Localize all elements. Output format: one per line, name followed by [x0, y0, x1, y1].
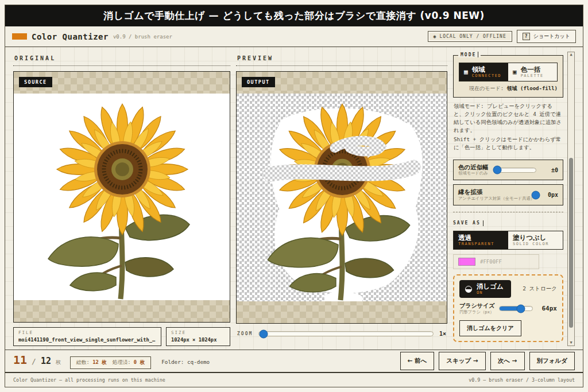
brush-size-slider[interactable] [499, 306, 533, 311]
edge-slider-thumb[interactable] [532, 191, 540, 199]
other-folder-button[interactable]: 別フォルダ [529, 352, 575, 370]
tolerance-slider[interactable] [493, 168, 536, 173]
edge-title: 縁を拡張 [458, 188, 531, 196]
size-info-box: SIZE 1024px × 1024px [166, 327, 230, 346]
edge-slider-group: 縁を拡張アンチエイリアス対策（全モード共通） 0px [453, 184, 563, 205]
shortcut-button[interactable]: ? ショートカット [517, 30, 576, 43]
description-line: 領域モード: プレビューをクリックすると、クリック位置のピクセルと 4 近傍で連… [454, 102, 563, 134]
mode-option-connected[interactable]: ▦ 領域CONNECTED [459, 63, 508, 81]
page-current: 11 [13, 353, 27, 367]
pager-left: 11 / 12 枚 総数: 12 枚 処理済: 0 枚 Folder: cq-d… [13, 353, 210, 369]
page-separator: / [32, 357, 36, 366]
source-image [14, 94, 230, 300]
preview-label: PREVIEW [236, 52, 447, 66]
tolerance-title: 色の近似幅 [458, 164, 489, 171]
clear-eraser-button[interactable]: 消しゴムをクリア [459, 320, 521, 336]
app-version: v0.9 / brush eraser [113, 34, 172, 40]
stats-badge: 総数: 12 枚 処理済: 0 枚 [70, 356, 151, 369]
mode-fieldset: MODE ▦ 領域CONNECTED ▣ 色一括PALETTE 現在のモード: … [453, 55, 563, 98]
scroll-up-icon[interactable]: ▲ [570, 53, 572, 57]
grid-icon: ▦ [464, 69, 468, 75]
size-value: 1024px × 1024px [171, 337, 225, 343]
page-unit: 枚 [56, 359, 61, 366]
eraser-button-label: 消しゴム [477, 283, 504, 290]
edge-sub: アンチエイリアス対策（全モード共通） [458, 196, 531, 201]
stroke-count: 2 ストローク [523, 285, 557, 293]
save-option-label: 塗りつぶし [513, 234, 549, 242]
offline-badge: ◉ LOCAL ONLY / OFFLINE [428, 31, 512, 42]
brush-size-row: ブラシサイズ円形ブラシ（px） 64px [459, 302, 557, 315]
mode-toggle: ▦ 領域CONNECTED ▣ 色一括PALETTE [459, 63, 558, 81]
save-as-toggle: 透過TRANSPARENT 塗りつぶしSOLID COLOR [453, 231, 563, 250]
pager-bar: 11 / 12 枚 総数: 12 枚 処理済: 0 枚 Folder: cq-d… [5, 350, 583, 372]
sidebar-scrollbar[interactable]: ▲ ▼ [567, 52, 575, 346]
save-option-transparent[interactable]: 透過TRANSPARENT [454, 231, 508, 249]
color-swatch [458, 258, 475, 266]
stats-total-label: 総数: [76, 359, 90, 365]
source-badge: SOURCE [19, 77, 52, 87]
sunflower-illustration [14, 94, 230, 300]
mode-option-sub: CONNECTED [472, 73, 501, 78]
brush-size-title: ブラシサイズ [459, 302, 494, 309]
next-button[interactable]: 次へ → [490, 352, 525, 370]
original-column: ORIGINAL SOURCE [13, 52, 230, 346]
preview-canvas[interactable] [237, 94, 447, 301]
pager-right: ← 前へ スキップ → 次へ → 別フォルダ [400, 352, 575, 370]
save-option-label: 透過 [458, 234, 494, 242]
zoom-value: 1× [439, 331, 446, 337]
preview-column: PREVIEW OUTPUT [236, 52, 447, 346]
save-option-sub: TRANSPARENT [458, 242, 494, 246]
controls-sidebar: MODE ▦ 領域CONNECTED ▣ 色一括PALETTE 現在のモード: … [453, 52, 575, 346]
eraser-state: ON [477, 290, 504, 295]
app-footer: Color Quantizer — all processing runs on… [5, 372, 583, 387]
mode-option-label: 領域 [472, 66, 501, 73]
tolerance-slider-thumb[interactable] [493, 166, 501, 174]
scrollbar-thumb[interactable] [569, 158, 573, 328]
save-option-solid[interactable]: 塗りつぶしSOLID COLOR [508, 231, 563, 249]
mode-description: 領域モード: プレビューをクリックすると、クリック位置のピクセルと 4 近傍で連… [454, 102, 563, 152]
mode-option-label: 色一括 [521, 66, 544, 73]
question-icon: ? [523, 33, 530, 40]
edge-slider[interactable] [535, 192, 536, 197]
brush-slider-thumb[interactable] [517, 304, 525, 313]
brush-size-sub: 円形ブラシ（px） [459, 309, 494, 315]
preview-illustration [237, 94, 447, 301]
zoom-row: ZOOM 1× [236, 331, 447, 337]
eraser-top-row: 消しゴムON 2 ストローク [459, 280, 557, 298]
stats-done-label: 処理済: [113, 359, 131, 365]
square-icon: ▣ [513, 69, 517, 75]
status-dot-icon: ◉ [434, 34, 437, 39]
original-label: ORIGINAL [13, 52, 230, 66]
app-title: Color Quantizer [32, 32, 109, 41]
zoom-slider[interactable] [258, 331, 434, 336]
brush-size-value: 64px [537, 305, 557, 312]
fill-color-picker: #FF00FF [453, 254, 539, 269]
eraser-section: 消しゴムON 2 ストローク ブラシサイズ円形ブラシ（px） 64px 消しゴム… [453, 274, 563, 342]
scroll-down-icon[interactable]: ▼ [570, 341, 572, 345]
file-label: FILE [18, 330, 156, 335]
banner-title: 消しゴムで手動仕上げ — どうしても残った部分はブラシで直接消す (v0.9 N… [103, 9, 485, 22]
app-frame: 消しゴムで手動仕上げ — どうしても残った部分はブラシで直接消す (v0.9 N… [5, 5, 583, 387]
stats-total-value: 12 枚 [92, 359, 107, 365]
stats-done-value: 0 枚 [134, 359, 145, 365]
sidebar-content: MODE ▦ 領域CONNECTED ▣ 色一括PALETTE 現在のモード: … [453, 52, 563, 346]
offline-badge-label: LOCAL ONLY / OFFLINE [439, 34, 506, 39]
file-info-box: FILE moi4141190_front_view_single_sunflo… [13, 327, 161, 346]
page-total: 12 [41, 356, 51, 366]
eraser-toggle-button[interactable]: 消しゴムON [459, 280, 511, 298]
header-right: ◉ LOCAL ONLY / OFFLINE ? ショートカット [428, 30, 576, 43]
divider [453, 212, 563, 212]
save-option-sub: SOLID COLOR [513, 242, 549, 246]
footer-right: v0.9 — brush eraser / 3-column layout [469, 377, 575, 383]
footer-left: Color Quantizer — all processing runs on… [13, 377, 165, 383]
color-hex: #FF00FF [480, 259, 502, 265]
folder-label: Folder: cq-demo [161, 359, 210, 365]
mode-option-sub: PALETTE [521, 73, 544, 78]
preview-panel: OUTPUT [236, 71, 447, 324]
zoom-slider-thumb[interactable] [259, 329, 268, 338]
mode-option-palette[interactable]: ▣ 色一括PALETTE [508, 63, 557, 81]
save-as-legend: SAVE AS [453, 216, 563, 227]
prev-button[interactable]: ← 前へ [400, 352, 435, 370]
tolerance-value: ±0 [541, 167, 558, 173]
skip-button[interactable]: スキップ → [439, 352, 485, 370]
